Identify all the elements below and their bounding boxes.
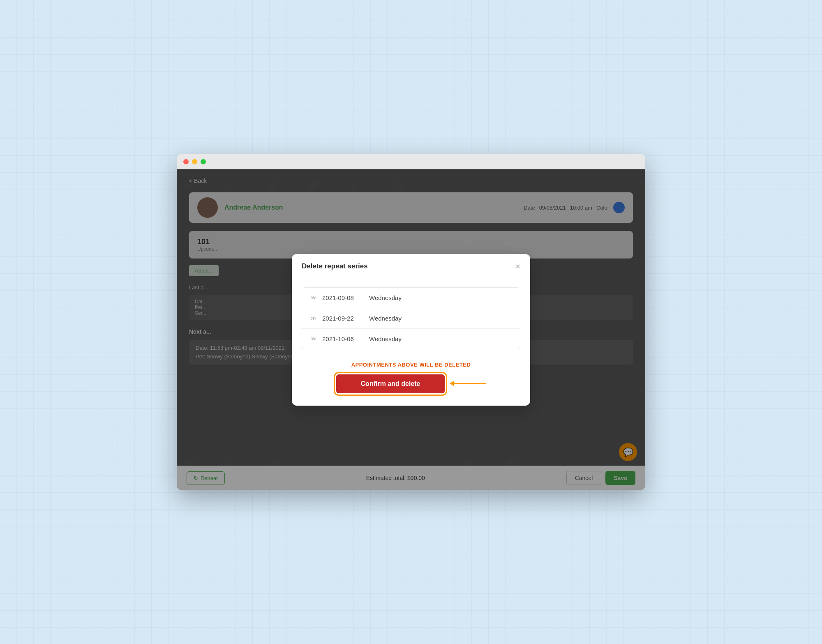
traffic-light-yellow[interactable]	[192, 159, 197, 164]
confirm-button-wrapper: Confirm and delete	[302, 374, 520, 393]
appt-day-3: Wednesday	[369, 335, 402, 342]
browser-window: ≡ ⌇ ≋ ⊞ ≡ ◫ ⊡ ≡ ⌬ ≋ ≡ ⊞ ≡ ◫ ⊡ ≡ ⌬ ≡ ⊞ < …	[177, 154, 645, 490]
browser-titlebar	[177, 154, 645, 169]
appointments-list: ≫ 2021-09-08 Wednesday ≫ 2021-09-22 Wedn…	[302, 287, 520, 349]
modal-header: Delete repeat series ×	[292, 254, 530, 279]
chevron-down-icon: ≫	[310, 315, 316, 321]
chevron-down-icon: ≫	[310, 294, 316, 301]
arrow-annotation	[453, 383, 486, 384]
appointment-item: ≫ 2021-10-06 Wednesday	[302, 329, 520, 349]
arrow-line	[453, 383, 486, 384]
appt-day-1: Wednesday	[369, 294, 402, 301]
modal-overlay: Delete repeat series × ≫ 2021-09-08 Wedn…	[177, 169, 645, 490]
appointment-item: ≫ 2021-09-22 Wednesday	[302, 308, 520, 329]
warning-text: APPOINTMENTS ABOVE WILL BE DELETED	[302, 362, 520, 368]
traffic-light-green[interactable]	[201, 159, 206, 164]
appt-day-2: Wednesday	[369, 315, 402, 322]
appt-date-3: 2021-10-06	[322, 335, 363, 342]
confirm-delete-button[interactable]: Confirm and delete	[336, 374, 445, 393]
chevron-down-icon: ≫	[310, 335, 316, 342]
appt-date-2: 2021-09-22	[322, 315, 363, 322]
delete-series-modal: Delete repeat series × ≫ 2021-09-08 Wedn…	[292, 254, 530, 406]
modal-body: ≫ 2021-09-08 Wednesday ≫ 2021-09-22 Wedn…	[292, 279, 530, 406]
app-content: ≡ ⌇ ≋ ⊞ ≡ ◫ ⊡ ≡ ⌬ ≋ ≡ ⊞ ≡ ◫ ⊡ ≡ ⌬ ≡ ⊞ < …	[177, 169, 645, 490]
appt-date-1: 2021-09-08	[322, 294, 363, 301]
modal-close-button[interactable]: ×	[515, 262, 520, 270]
traffic-light-red[interactable]	[183, 159, 189, 164]
modal-title: Delete repeat series	[302, 262, 368, 270]
appointment-item: ≫ 2021-09-08 Wednesday	[302, 288, 520, 308]
